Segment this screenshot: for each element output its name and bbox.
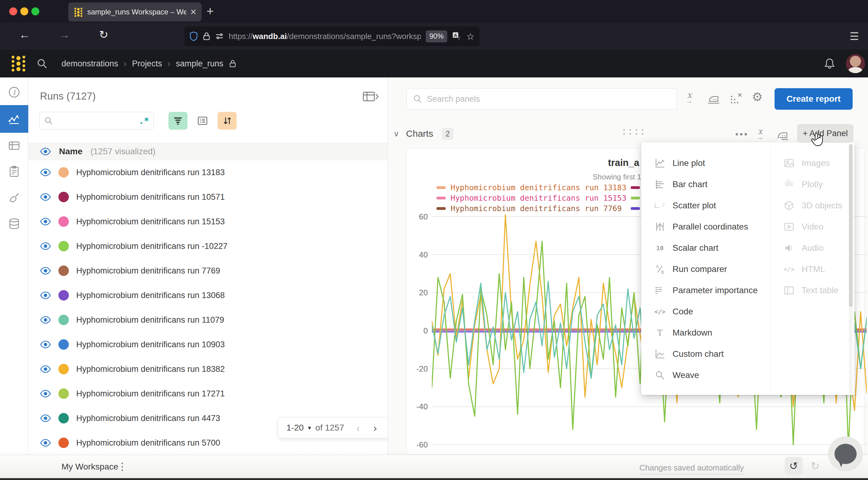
visibility-eye-icon[interactable] [40, 242, 51, 250]
minimize-window-button[interactable] [20, 7, 28, 15]
breadcrumb-project[interactable]: sample_runs [176, 59, 223, 68]
visibility-eye-icon[interactable] [40, 168, 51, 177]
run-name[interactable]: Hyphomicrobium denitrificans run 4473 [76, 414, 220, 423]
regex-toggle[interactable]: .* [138, 116, 149, 126]
run-row[interactable]: Hyphomicrobium denitrificans run 15153 [28, 209, 388, 234]
wandb-logo[interactable] [9, 54, 28, 73]
run-name[interactable]: Hyphomicrobium denitrificans run 11079 [76, 315, 224, 325]
run-row[interactable]: Hyphomicrobium denitrificans run 11079 [28, 308, 388, 332]
menu-item-run-comparer[interactable]: AB Run comparer [641, 258, 770, 280]
sort-runs-button[interactable] [218, 112, 237, 130]
menu-item-bar-chart[interactable]: Bar chart [641, 173, 770, 195]
workspace-menu-kebab-icon[interactable]: ⋮ [117, 461, 127, 472]
visibility-eye-icon[interactable] [40, 193, 51, 201]
sweeps-icon[interactable] [0, 188, 28, 208]
visibility-eye-icon[interactable] [40, 316, 51, 324]
new-tab-button[interactable]: + [207, 4, 214, 18]
artifacts-icon[interactable] [0, 214, 28, 233]
run-row[interactable]: Hyphomicrobium denitrificans run -10227 [28, 234, 388, 258]
menu-item-parallel-coordinates[interactable]: Parallel coordinates [641, 216, 770, 237]
visibility-eye-icon[interactable] [40, 218, 51, 226]
menu-item-weave[interactable]: Weave [641, 364, 770, 386]
translate-icon[interactable]: A [452, 32, 461, 41]
search-icon[interactable] [36, 58, 48, 69]
section-drag-handle[interactable] [623, 129, 646, 135]
run-name[interactable]: Hyphomicrobium denitrificans run 13068 [76, 291, 225, 300]
fullscreen-panels-icon[interactable] [729, 91, 743, 105]
page-size-caret-icon[interactable]: ▾ [308, 424, 311, 431]
runs-search-box[interactable]: .* [39, 112, 154, 130]
forward-button[interactable]: → [59, 28, 70, 41]
collapse-section-chevron-icon[interactable]: ∨ [394, 129, 399, 138]
notifications-bell-icon[interactable] [823, 57, 836, 70]
run-name[interactable]: Hyphomicrobium denitrificans run 10571 [76, 192, 225, 202]
lock-icon[interactable] [203, 32, 210, 41]
expand-table-icon[interactable] [363, 90, 379, 103]
run-name[interactable]: Hyphomicrobium denitrificans run 15153 [76, 217, 225, 226]
reload-button[interactable]: ↻ [99, 28, 108, 41]
runs-name-header[interactable]: Name (1257 visualized) [28, 143, 388, 160]
prev-page-button[interactable]: ‹ [356, 422, 360, 434]
run-row[interactable]: Hyphomicrobium denitrificans run 10571 [28, 185, 388, 209]
run-row[interactable]: Hyphomicrobium denitrificans run 10903 [28, 332, 388, 357]
undo-button[interactable]: ↺ [785, 457, 803, 475]
runs-table-icon[interactable] [0, 136, 28, 156]
browser-tab[interactable]: sample_runs Workspace – Weig ✕ [68, 2, 202, 22]
run-row[interactable]: Hyphomicrobium denitrificans run 13183 [28, 160, 388, 185]
next-page-button[interactable]: › [373, 422, 377, 434]
legend-entry[interactable]: Hyphomicrobium denitrificans run 15153 [436, 194, 626, 202]
run-name[interactable]: Hyphomicrobium denitrificans run 7769 [76, 266, 220, 276]
x-axis-settings-icon[interactable]: x→ [686, 91, 693, 104]
zoom-window-button[interactable] [31, 7, 39, 15]
run-row[interactable]: Hyphomicrobium denitrificans run 18382 [28, 357, 388, 381]
filter-runs-button[interactable] [168, 112, 187, 130]
breadcrumb-projects[interactable]: Projects [132, 59, 162, 68]
tab-close-icon[interactable]: ✕ [190, 7, 197, 17]
menu-item-scatter-plot[interactable]: Scatter plot [641, 195, 770, 216]
workspace-name[interactable]: My Workspace [61, 462, 118, 472]
run-name[interactable]: Hyphomicrobium denitrificans run -10227 [76, 242, 227, 251]
visibility-eye-icon[interactable] [40, 414, 51, 422]
zoom-level-badge[interactable]: 90% [426, 30, 447, 42]
visibility-eye-icon[interactable] [40, 291, 51, 299]
page-range[interactable]: 1-20 [286, 423, 304, 433]
run-name[interactable]: Hyphomicrobium denitrificans run 10903 [76, 340, 225, 349]
browser-menu-icon[interactable]: ☰ [849, 30, 859, 42]
bookmark-star-icon[interactable]: ☆ [466, 31, 474, 42]
visibility-eye-icon[interactable] [40, 365, 51, 373]
section-overflow-menu[interactable]: ••• [735, 129, 749, 139]
menu-item-parameter-importance[interactable]: Parameter importance [641, 280, 770, 301]
eye-icon[interactable] [40, 148, 51, 156]
menu-item-scalar-chart[interactable]: 10 Scalar chart [641, 237, 770, 258]
runs-search-input[interactable] [56, 117, 135, 125]
panel-search-box[interactable] [406, 88, 677, 110]
logs-icon[interactable] [0, 162, 28, 181]
dropdown-scrollbar[interactable] [849, 144, 852, 393]
breadcrumb-entity[interactable]: demonstrations [61, 59, 118, 68]
workspace-panels-tab[interactable] [0, 105, 28, 133]
support-chat-button[interactable] [828, 436, 863, 471]
run-row[interactable]: Hyphomicrobium denitrificans run 7769 [28, 258, 388, 283]
create-report-button[interactable]: Create report [775, 88, 852, 110]
run-name[interactable]: Hyphomicrobium denitrificans run 13183 [76, 168, 225, 177]
menu-item-markdown[interactable]: T Markdown [641, 322, 770, 343]
visibility-eye-icon[interactable] [40, 341, 51, 349]
notes-button[interactable] [193, 112, 212, 130]
run-row[interactable]: Hyphomicrobium denitrificans run 17271 [28, 381, 388, 406]
legend-entry[interactable]: Hyphomicrobium denitrificans run 13183 [436, 183, 626, 192]
overview-icon[interactable]: i [0, 82, 28, 102]
menu-item-code[interactable]: </> Code [641, 301, 770, 322]
run-name[interactable]: Hyphomicrobium denitrificans run 17271 [76, 389, 225, 398]
visibility-eye-icon[interactable] [40, 267, 51, 275]
visibility-eye-icon[interactable] [40, 439, 51, 447]
menu-item-line-plot[interactable]: Line plot [641, 152, 770, 173]
smoothing-iron-icon[interactable] [707, 91, 720, 106]
redo-button[interactable]: ↻ [806, 457, 824, 475]
run-name[interactable]: Hyphomicrobium denitrificans run 5700 [76, 438, 220, 448]
permissions-icon[interactable] [215, 33, 224, 40]
tracking-shield-icon[interactable] [189, 31, 198, 41]
back-button[interactable]: ← [19, 28, 30, 41]
workspace-settings-gear-icon[interactable]: ⚙ [752, 90, 763, 104]
run-row[interactable]: Hyphomicrobium denitrificans run 13068 [28, 283, 388, 308]
close-window-button[interactable] [9, 7, 17, 15]
